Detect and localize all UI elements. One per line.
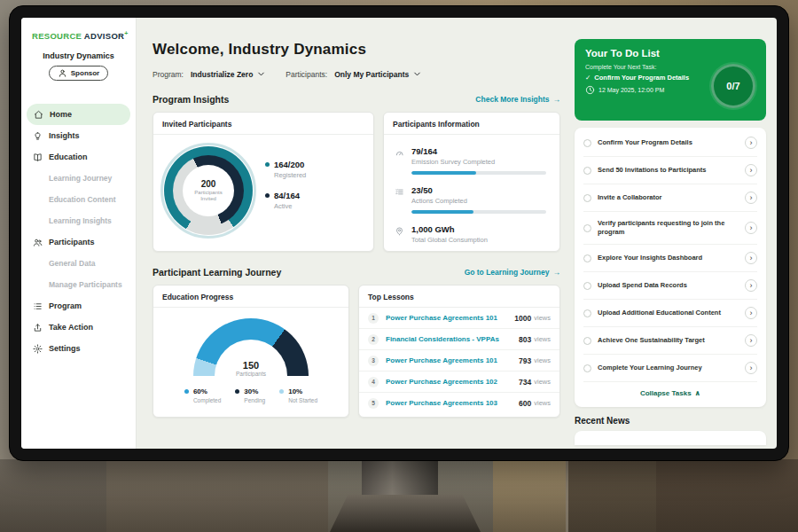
participants-select[interactable]: Only My Participants <box>334 69 422 79</box>
chevron-right-icon[interactable]: › <box>745 252 757 264</box>
legend-item: 10% Not Started <box>279 387 317 403</box>
book-icon <box>33 153 43 162</box>
info-row: 23/50 Actions Completed <box>395 185 549 214</box>
lesson-link[interactable]: Power Purchase Agreements 101 <box>386 356 519 364</box>
task-row-explore-insights[interactable]: Explore Your Insights Dashboard › <box>583 245 757 272</box>
person-icon <box>58 68 67 78</box>
sidebar-item-manage-participants[interactable]: Manage Participants <box>21 274 136 295</box>
task-checkbox[interactable] <box>583 254 591 262</box>
insights-cards: Invited Participants 200 Participants In… <box>153 112 567 252</box>
task-row-verify-participants[interactable]: Verify participants requesting to join t… <box>583 212 757 245</box>
sidebar-item-participants[interactable]: Participants <box>21 231 136 253</box>
chevron-right-icon[interactable]: › <box>745 192 757 204</box>
monitor-stand-neck <box>362 458 438 498</box>
gauge-center-label: Participants <box>193 371 309 377</box>
program-select-value: Industrialize Zero <box>191 70 253 79</box>
task-checkbox[interactable] <box>583 139 591 147</box>
lesson-link[interactable]: Power Purchase Agreements 101 <box>386 314 514 322</box>
clock-icon <box>585 85 595 95</box>
task-label: Explore Your Insights Dashboard <box>598 254 739 262</box>
progress-bar <box>411 210 546 214</box>
program-select[interactable]: Industrialize Zero <box>191 69 266 79</box>
education-legend: 60% Completed 30% Pending 10% Not Starte… <box>184 387 317 415</box>
legend-item: 164/200 Registered <box>265 160 306 179</box>
arrow-right-icon: → <box>553 268 561 277</box>
sidebar-item-learning-journey[interactable]: Learning Journey <box>21 168 136 189</box>
task-row-invite-collaborator[interactable]: Invite a Collaborator › <box>583 184 757 212</box>
chevron-right-icon[interactable]: › <box>745 164 757 176</box>
task-checkbox[interactable] <box>583 224 591 232</box>
sidebar-item-home[interactable]: Home <box>27 104 130 125</box>
legend-label: Not Started <box>288 397 317 403</box>
program-filter-label: Program: <box>153 70 184 79</box>
nav-label: Take Action <box>49 322 93 332</box>
task-checkbox[interactable] <box>583 194 591 202</box>
monitor: RESOURCE ADVISOR+ Industry Dynamics Spon… <box>9 5 789 461</box>
sidebar-item-learning-insights[interactable]: Learning Insights <box>21 210 136 231</box>
sidebar-item-insights[interactable]: Insights <box>21 125 136 146</box>
arrow-right-icon: → <box>553 95 561 104</box>
chevron-right-icon[interactable]: › <box>745 362 757 374</box>
task-row-upload-spend-data[interactable]: Upload Spend Data Records › <box>583 272 757 300</box>
task-checkbox[interactable] <box>583 167 591 175</box>
lesson-link[interactable]: Power Purchase Agreements 103 <box>386 399 519 407</box>
sidebar-item-general-data[interactable]: General Data <box>21 253 136 274</box>
check-more-insights-link[interactable]: Check More Insights → <box>475 95 560 104</box>
task-checkbox[interactable] <box>583 309 591 317</box>
lesson-row: 1 Power Purchase Agreements 101 1000 vie… <box>359 308 559 329</box>
sidebar-item-education-content[interactable]: Education Content <box>21 189 136 210</box>
chevron-up-icon: ∧ <box>695 389 701 397</box>
legend-item: 30% Pending <box>235 387 265 403</box>
legend-dot <box>184 389 189 394</box>
task-row-send-invitations[interactable]: Send 50 Invitations to Participants › <box>583 157 757 184</box>
chevron-right-icon[interactable]: › <box>745 137 757 149</box>
info-label: Total Global Consumption <box>411 236 488 244</box>
lesson-link[interactable]: Financial Considerations - VPPAs <box>386 335 519 343</box>
nav-label: Education <box>49 152 88 162</box>
task-row-confirm-program-details[interactable]: Confirm Your Program Details › <box>583 129 757 157</box>
gear-icon <box>33 344 43 354</box>
chevron-right-icon[interactable]: › <box>745 334 757 347</box>
chevron-down-icon <box>256 69 266 79</box>
sidebar-item-education[interactable]: Education <box>21 146 136 168</box>
go-to-learning-journey-link[interactable]: Go to Learning Journey → <box>465 268 560 277</box>
lesson-views: 734 <box>519 378 531 387</box>
info-row: 79/164 Emission Survey Completed <box>395 146 549 175</box>
page-title: Welcome, Industry Dynamics <box>153 41 567 59</box>
task-row-complete-learning-journey[interactable]: Complete Your Learning Journey › <box>583 355 757 382</box>
card-title: Participants Information <box>384 113 559 135</box>
chevron-right-icon[interactable]: › <box>745 307 757 319</box>
task-row-upload-educational-content[interactable]: Upload Additional Educational Content › <box>583 300 757 327</box>
task-label: Upload Additional Educational Content <box>598 309 739 317</box>
location-pin-icon <box>395 226 404 236</box>
collapse-tasks-link[interactable]: Collapse Tasks ∧ <box>583 382 757 405</box>
task-checkbox[interactable] <box>583 282 591 290</box>
progress-bar <box>411 171 546 175</box>
legend-value: 84/164 <box>274 191 300 200</box>
main-content: Welcome, Industry Dynamics Program: Indu… <box>137 18 573 449</box>
task-row-achieve-sustainability-target[interactable]: Achieve One Sustainability Target › <box>583 327 757 355</box>
check-icon: ✓ <box>585 74 591 82</box>
top-lessons-card: Top Lessons 1 Power Purchase Agreements … <box>358 285 560 418</box>
nav-label: Program <box>49 301 82 311</box>
collapse-label: Collapse Tasks <box>640 389 692 397</box>
task-label: Achieve One Sustainability Target <box>598 336 739 345</box>
lesson-link[interactable]: Power Purchase Agreements 102 <box>386 378 519 386</box>
sponsor-badge: Sponsor <box>49 66 108 81</box>
legend-value: 30% <box>244 387 258 395</box>
program-insights-header: Program Insights Check More Insights → <box>153 94 567 105</box>
people-icon <box>33 238 43 247</box>
task-label: Complete Your Learning Journey <box>598 364 739 372</box>
sidebar-item-program[interactable]: Program <box>21 295 136 317</box>
lesson-rank: 1 <box>368 313 379 324</box>
info-card-body: 79/164 Emission Survey Completed 23/50 A… <box>384 135 559 266</box>
chevron-right-icon[interactable]: › <box>745 279 757 292</box>
sidebar-item-take-action[interactable]: Take Action <box>21 317 136 338</box>
sidebar-item-settings[interactable]: Settings <box>21 338 136 359</box>
lessons-list: 1 Power Purchase Agreements 101 1000 vie… <box>359 308 559 413</box>
task-checkbox[interactable] <box>583 364 591 372</box>
home-icon <box>34 110 43 120</box>
task-checkbox[interactable] <box>583 337 591 345</box>
chevron-right-icon[interactable]: › <box>745 222 757 234</box>
todo-progress-value: 0/7 <box>726 81 739 91</box>
